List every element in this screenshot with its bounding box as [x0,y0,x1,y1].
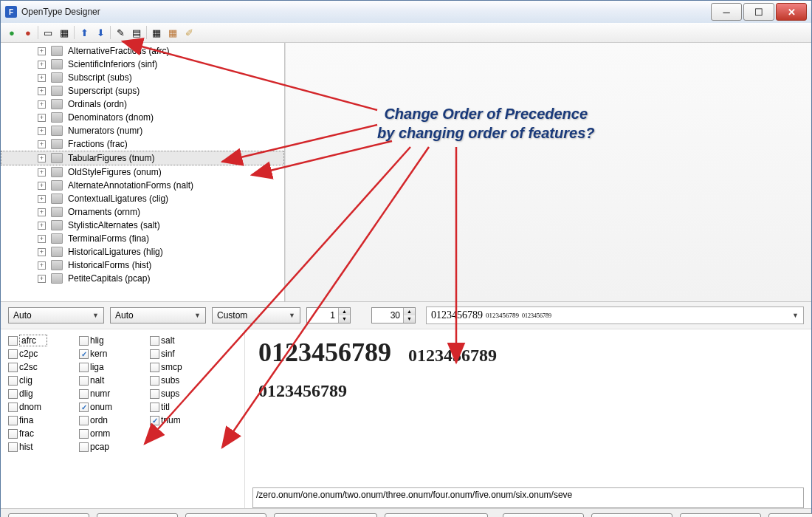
checkbox-icon[interactable] [79,349,89,359]
combo-script[interactable]: Auto▼ [8,307,104,323]
close-button[interactable]: ✕ [776,3,807,21]
feature-checkbox-tnum[interactable]: tnum [150,415,221,425]
checkbox-icon[interactable] [79,363,89,372]
feature-checkbox-dnom[interactable]: dnom [8,402,79,412]
tree-item[interactable]: +AlternateAnnotationForms (nalt) [1,179,284,192]
help-button[interactable]: Help [768,513,812,517]
checkbox-icon[interactable] [8,349,18,359]
checkbox-icon[interactable] [150,336,159,346]
spinner-size-input[interactable] [372,309,403,321]
cancel-button[interactable]: Cancel [680,513,761,517]
tree-item[interactable]: +Subscript (subs) [1,71,284,84]
feature-checkbox-afrc[interactable]: afrc [8,335,79,346]
apply-button[interactable]: Apply [503,513,584,517]
checkbox-icon[interactable] [79,429,89,439]
feature-checkbox-c2sc[interactable]: c2sc [8,362,79,372]
feature-checkbox-liga[interactable]: liga [79,362,150,372]
expand-icon[interactable]: + [38,275,46,283]
feature-checkbox-pcap[interactable]: pcap [79,442,150,452]
tool-icon-3[interactable]: ✎ [114,26,127,39]
checkbox-icon[interactable] [150,403,159,412]
feature-checkbox-hist[interactable]: hist [8,442,79,452]
checkbox-icon[interactable] [150,363,159,372]
checkbox-icon[interactable] [8,376,18,386]
expand-icon[interactable]: + [38,154,46,162]
expand-icon[interactable]: + [38,114,46,122]
expand-icon[interactable]: + [38,74,46,82]
feature-checkbox-nalt[interactable]: nalt [79,375,150,386]
spinner-1-input[interactable] [307,309,338,321]
feature-checkbox-numr[interactable]: numr [79,388,150,399]
expand-icon[interactable]: + [38,87,46,95]
checkbox-icon[interactable] [79,416,89,425]
code-editor-button[interactable]: Code Editor... [274,513,377,517]
checkbox-icon[interactable] [79,336,89,346]
feature-checkbox-clig[interactable]: clig [8,375,79,386]
tree-item[interactable]: +ContextualLigatures (clig) [1,192,284,205]
expand-icon[interactable]: + [38,248,46,256]
tree-item[interactable]: +PetiteCapitals (pcap) [1,272,284,285]
maximize-button[interactable]: ☐ [743,3,774,21]
spinner-size[interactable]: ▲▼ [371,307,416,323]
kern-wizard-button[interactable]: Kern Wizard... [385,513,488,517]
tree-item[interactable]: +StylisticAlternates (salt) [1,219,284,232]
checkbox-icon[interactable] [8,403,18,412]
checkbox-icon[interactable] [8,429,18,439]
remove-icon[interactable]: ● [21,26,35,39]
expand-icon[interactable]: + [38,222,46,230]
export-button[interactable]: Export [97,513,178,517]
feature-checkbox-titl[interactable]: titl [150,402,221,412]
feature-checkbox-hlig[interactable]: hlig [79,335,150,346]
checkbox-icon[interactable] [8,336,18,346]
expand-icon[interactable]: + [38,127,46,135]
tree-item[interactable]: +Superscript (sups) [1,84,284,97]
checkbox-icon[interactable] [79,442,89,452]
expand-icon[interactable]: + [38,208,46,216]
feature-checkbox-frac[interactable]: frac [8,428,79,439]
expand-icon[interactable]: + [38,100,46,109]
feature-checkbox-fina[interactable]: fina [8,415,79,425]
checkbox-icon[interactable] [8,416,18,425]
combo-language[interactable]: Auto▼ [110,307,206,323]
tree-item[interactable]: +Denominators (dnom) [1,111,284,124]
brush-icon[interactable]: ✐ [182,26,196,39]
feature-checkbox-c2pc[interactable]: c2pc [8,349,79,359]
feature-tree[interactable]: +AlternativeFractions (afrc)+ScientificI… [1,43,285,301]
feature-checkbox-smcp[interactable]: smcp [150,362,221,372]
tree-item[interactable]: +Fractions (frac) [1,137,284,151]
checkbox-icon[interactable] [150,376,159,386]
expand-icon[interactable]: + [38,261,46,270]
feature-checkbox-salt[interactable]: salt [150,335,221,346]
import-button[interactable]: Import... [8,513,89,517]
move-down-icon[interactable]: ⬇ [94,26,107,39]
ok-button[interactable]: OK [591,513,672,517]
expand-icon[interactable]: + [38,235,46,243]
tree-item[interactable]: +TerminalForms (fina) [1,232,284,245]
clear-button[interactable]: Clear [185,513,266,517]
feature-checkbox-dlig[interactable]: dlig [8,388,79,399]
feature-checkbox-subs[interactable]: subs [150,375,221,386]
add-icon[interactable]: ● [5,26,18,39]
checkbox-icon[interactable] [8,363,18,372]
checkbox-icon[interactable] [150,416,159,425]
tree-item[interactable]: +HistoricalLigatures (hlig) [1,245,284,258]
feature-checkbox-ordn[interactable]: ordn [79,415,150,425]
feature-checkbox-onum[interactable]: onum [79,402,150,412]
tree-item[interactable]: +TabularFigures (tnum) [1,151,284,165]
tool-icon-5[interactable]: ▦ [150,26,163,39]
expand-icon[interactable]: + [38,47,46,55]
spinner-1[interactable]: ▲▼ [306,307,351,323]
feature-checkbox-ornm[interactable]: ornm [79,428,150,439]
checkbox-icon[interactable] [79,389,89,399]
tool-icon-2[interactable]: ▦ [58,26,71,39]
tree-item[interactable]: +ScientificInferiors (sinf) [1,58,284,71]
checkbox-icon[interactable] [150,389,159,399]
tool-icon-1[interactable]: ▭ [41,26,55,39]
expand-icon[interactable]: + [38,168,46,177]
expand-icon[interactable]: + [38,195,46,203]
tree-item[interactable]: +AlternativeFractions (afrc) [1,44,284,58]
feature-checkbox-kern[interactable]: kern [79,349,150,359]
expand-icon[interactable]: + [38,61,46,69]
combo-mode[interactable]: Custom▼ [212,307,300,323]
minimize-button[interactable]: ─ [711,3,742,21]
